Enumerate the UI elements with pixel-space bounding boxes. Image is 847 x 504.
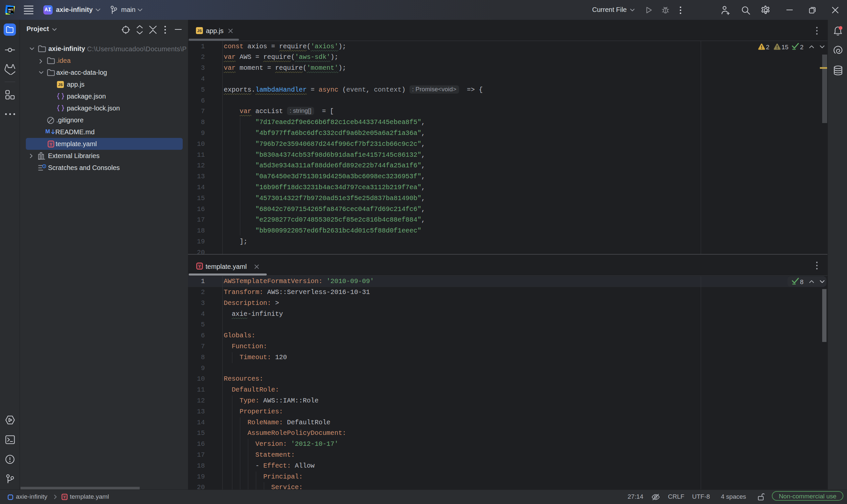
svg-text:WS: WS [8,7,13,11]
svg-text:Y: Y [50,142,53,147]
svg-text:Y: Y [198,264,201,269]
svg-text:Y: Y [63,495,66,499]
